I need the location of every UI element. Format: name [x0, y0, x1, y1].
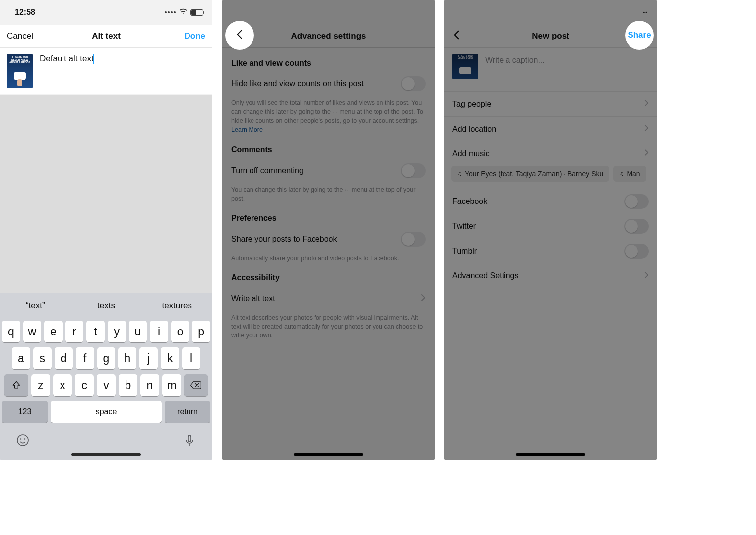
row-add-music[interactable]: Add music — [444, 141, 657, 166]
wifi-icon — [179, 8, 188, 17]
toggle-commenting[interactable] — [401, 163, 426, 178]
toggle-tumblr[interactable] — [624, 244, 649, 259]
key-v[interactable]: v — [97, 374, 116, 396]
home-indicator[interactable] — [71, 453, 141, 456]
section-comments: Comments — [231, 145, 426, 154]
nav-bar: Advanced settings — [222, 25, 435, 48]
nav-title: Alt text — [92, 31, 121, 41]
row-label: Twitter — [452, 222, 476, 231]
caption-input[interactable]: Write a caption... — [485, 54, 545, 79]
key-numbers[interactable]: 123 — [2, 401, 48, 423]
key-backspace[interactable] — [184, 374, 208, 396]
share-button[interactable]: Share — [628, 30, 651, 40]
helper-hide-likes: Only you will see the total number of li… — [231, 98, 426, 134]
back-button[interactable] — [451, 29, 471, 43]
row-label: Facebook — [452, 197, 487, 206]
key-w[interactable]: w — [23, 321, 42, 342]
row-facebook: Facebook — [444, 189, 657, 214]
key-n[interactable]: n — [140, 374, 159, 396]
row-hide-likes[interactable]: Hide like and view counts on this post — [231, 70, 426, 97]
row-write-alt-text[interactable]: Write alt text — [231, 285, 426, 312]
highlight-share-button: Share — [625, 21, 654, 50]
key-h[interactable]: h — [118, 347, 136, 369]
settings-list[interactable]: Like and view counts Hide like and view … — [222, 48, 435, 460]
row-add-location[interactable]: Add location — [444, 116, 657, 141]
highlight-back-button — [225, 21, 254, 50]
chevron-right-icon — [644, 149, 649, 158]
key-d[interactable]: d — [55, 347, 73, 369]
screen-advanced-settings: Advanced settings Like and view counts H… — [222, 0, 435, 460]
svg-point-1 — [20, 438, 22, 440]
status-dots-icon: •• — [643, 9, 648, 15]
suggestion-3[interactable]: textures — [141, 301, 212, 311]
alt-text-row: 8 FACTS YOU NEVER KNEW ABOUT AIRPODS Def… — [0, 48, 212, 95]
key-t[interactable]: t — [86, 321, 105, 342]
post-body[interactable]: 8 FACTS YOU NEVER KNEW Write a caption..… — [444, 48, 657, 460]
key-return[interactable]: return — [165, 401, 210, 423]
key-j[interactable]: j — [139, 347, 158, 369]
key-q[interactable]: q — [2, 321, 20, 342]
chevron-right-icon — [644, 124, 649, 134]
battery-icon — [190, 9, 203, 16]
toggle-facebook[interactable] — [624, 194, 649, 209]
home-indicator[interactable] — [516, 453, 585, 456]
toggle-twitter[interactable] — [624, 219, 649, 234]
row-advanced-settings[interactable]: Advanced Settings — [444, 264, 657, 288]
toggle-share-facebook[interactable] — [401, 232, 426, 247]
svg-rect-3 — [188, 435, 191, 442]
key-b[interactable]: b — [119, 374, 137, 396]
cancel-button[interactable]: Cancel — [7, 31, 37, 41]
row-turn-off-commenting[interactable]: Turn off commenting — [231, 157, 426, 184]
suggestion-1[interactable]: “text” — [0, 301, 71, 311]
svg-point-0 — [17, 435, 28, 446]
row-tumblr: Tumblr — [444, 239, 657, 264]
dictation-icon[interactable] — [183, 433, 196, 449]
music-chip-2[interactable]: ♫Man — [613, 166, 646, 182]
key-g[interactable]: g — [97, 347, 116, 369]
key-x[interactable]: x — [53, 374, 72, 396]
key-u[interactable]: u — [129, 321, 147, 342]
keyboard: q w e r t y u i o p a s d f g h j k l z … — [0, 319, 212, 460]
key-e[interactable]: e — [44, 321, 63, 342]
emoji-icon[interactable] — [16, 433, 30, 449]
key-s[interactable]: s — [33, 347, 52, 369]
key-a[interactable]: a — [12, 347, 30, 369]
music-chip-1[interactable]: ♫Your Eyes (feat. Taqiya Zaman) · Barney… — [451, 166, 609, 182]
key-l[interactable]: l — [182, 347, 200, 369]
key-i[interactable]: i — [150, 321, 168, 342]
toggle-hide-likes[interactable] — [401, 76, 426, 91]
row-label: Add music — [452, 149, 490, 158]
key-p[interactable]: p — [192, 321, 210, 342]
key-k[interactable]: k — [161, 347, 179, 369]
alt-text-input[interactable]: Default alt text — [40, 51, 94, 63]
row-share-facebook[interactable]: Share your posts to Facebook — [231, 226, 426, 253]
key-m[interactable]: m — [162, 374, 181, 396]
done-button[interactable]: Done — [176, 31, 205, 41]
home-indicator[interactable] — [294, 453, 363, 456]
post-thumbnail[interactable]: 8 FACTS YOU NEVER KNEW — [452, 54, 478, 79]
learn-more-link[interactable]: Learn More — [231, 126, 263, 133]
post-thumbnail[interactable]: 8 FACTS YOU NEVER KNEW ABOUT AIRPODS — [7, 54, 33, 88]
row-label: Tumblr — [452, 247, 477, 256]
key-c[interactable]: c — [75, 374, 94, 396]
chevron-right-icon — [644, 271, 649, 281]
nav-title: Advanced settings — [291, 31, 366, 41]
key-f[interactable]: f — [76, 347, 94, 369]
status-bar: 12:58 — [0, 0, 212, 25]
empty-area — [0, 95, 212, 293]
suggestion-2[interactable]: texts — [71, 301, 142, 311]
row-label: Add location — [452, 125, 496, 134]
row-label: Advanced Settings — [452, 271, 518, 280]
key-o[interactable]: o — [171, 321, 189, 342]
key-shift[interactable] — [4, 374, 28, 396]
helper-share-facebook: Automatically share your photo and video… — [231, 254, 426, 263]
status-icons — [165, 8, 203, 17]
back-icon[interactable] — [234, 29, 246, 42]
key-space[interactable]: space — [51, 401, 162, 423]
key-y[interactable]: y — [108, 321, 126, 342]
music-note-icon: ♫ — [457, 170, 462, 177]
row-tag-people[interactable]: Tag people — [444, 91, 657, 116]
key-z[interactable]: z — [31, 374, 50, 396]
key-r[interactable]: r — [65, 321, 84, 342]
status-bar: •• — [444, 0, 657, 25]
